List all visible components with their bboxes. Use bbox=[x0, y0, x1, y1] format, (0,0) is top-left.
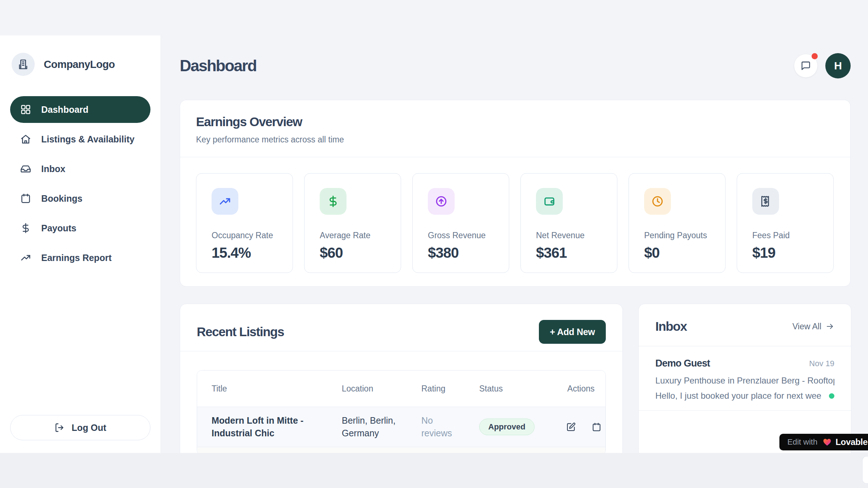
wallet-icon bbox=[543, 195, 556, 207]
metric-icon-tile bbox=[428, 188, 455, 215]
message-top-row: Demo Guest Nov 19 bbox=[655, 358, 834, 369]
sidebar-item-label: Earnings Report bbox=[41, 253, 111, 263]
sidebar-nav: Dashboard Listings & Availability Inbox … bbox=[10, 96, 150, 271]
metric-label: Pending Payouts bbox=[644, 231, 718, 240]
metric-value: 15.4% bbox=[212, 245, 285, 261]
home-icon bbox=[20, 134, 31, 145]
listings-table: Title Location Rating Status Actions Mod… bbox=[197, 370, 606, 455]
receipt-icon bbox=[760, 195, 772, 207]
inbox-header: Inbox View All bbox=[655, 319, 834, 334]
metric-card-fees-paid: Fees Paid $19 bbox=[737, 173, 834, 273]
message-subject: Luxury Penthouse in Prenzlauer Berg - Ro… bbox=[655, 376, 834, 386]
earnings-title: Earnings Overview bbox=[196, 115, 834, 129]
sidebar-item-label: Bookings bbox=[41, 193, 82, 204]
messages-button[interactable] bbox=[794, 54, 817, 77]
earnings-overview-card: Earnings Overview Key performance metric… bbox=[180, 100, 851, 287]
metric-icon-tile bbox=[752, 188, 779, 215]
metric-value: $19 bbox=[752, 245, 826, 261]
metric-value: $0 bbox=[644, 245, 718, 261]
edit-icon bbox=[566, 422, 576, 432]
add-new-button[interactable]: + Add New bbox=[539, 320, 606, 344]
calendar-icon bbox=[592, 422, 601, 432]
trending-up-icon bbox=[20, 252, 31, 263]
status-badge: Approved bbox=[479, 419, 535, 435]
dollar-sign-icon bbox=[327, 195, 339, 207]
listing-title: Modern Loft in Mitte - Industrial Chic bbox=[197, 414, 335, 440]
header-actions: H bbox=[794, 53, 851, 78]
sidebar-item-bookings[interactable]: Bookings bbox=[10, 185, 150, 212]
column-header-status: Status bbox=[479, 384, 566, 394]
arrow-right-icon bbox=[826, 322, 834, 331]
metric-value: $380 bbox=[428, 245, 502, 261]
notification-dot bbox=[812, 53, 818, 59]
column-header-location: Location bbox=[342, 384, 421, 394]
table-row[interactable]: Modern Loft in Mitte - Industrial Chic B… bbox=[197, 407, 605, 447]
calendar-listing-button[interactable] bbox=[592, 422, 601, 432]
metric-label: Net Revenue bbox=[536, 231, 610, 240]
message-date: Nov 19 bbox=[809, 359, 834, 368]
avatar[interactable]: H bbox=[825, 53, 851, 78]
metrics-row: Occupancy Rate 15.4% Average Rate $60 bbox=[196, 173, 834, 273]
divider bbox=[180, 351, 622, 351]
badge-prefix: Edit with bbox=[787, 437, 817, 447]
message-preview-row: Hello, I just booked your place for next… bbox=[655, 391, 834, 401]
metric-label: Fees Paid bbox=[752, 231, 826, 240]
metric-label: Occupancy Rate bbox=[212, 231, 285, 240]
column-header-title: Title bbox=[197, 384, 342, 394]
inbox-icon bbox=[20, 163, 31, 174]
recent-listings-title: Recent Listings bbox=[197, 325, 284, 339]
column-header-actions: Actions bbox=[566, 384, 605, 394]
metric-card-net-revenue: Net Revenue $361 bbox=[520, 173, 617, 273]
inbox-message-item[interactable]: Demo Guest Nov 19 Luxury Penthouse in Pr… bbox=[655, 346, 834, 401]
column-header-rating: Rating bbox=[421, 384, 479, 394]
grid-icon bbox=[20, 104, 31, 115]
sidebar-item-label: Listings & Availability bbox=[41, 134, 135, 145]
sidebar-item-inbox[interactable]: Inbox bbox=[10, 155, 150, 182]
corner-floating-button[interactable] bbox=[862, 456, 868, 484]
badge-brand: Lovable bbox=[835, 437, 868, 447]
sidebar-item-earnings-report[interactable]: Earnings Report bbox=[10, 244, 150, 271]
building-icon bbox=[17, 59, 29, 70]
page-title: Dashboard bbox=[180, 57, 256, 75]
unread-dot bbox=[829, 393, 834, 399]
company-logo: CompanyLogo bbox=[10, 53, 150, 76]
metric-label: Average Rate bbox=[320, 231, 393, 240]
table-header-row: Title Location Rating Status Actions bbox=[197, 371, 605, 407]
logout-label: Log Out bbox=[72, 423, 106, 433]
message-preview: Hello, I just booked your place for next… bbox=[655, 391, 822, 401]
edit-listing-button[interactable] bbox=[566, 422, 576, 432]
calendar-icon bbox=[20, 193, 31, 204]
company-logo-circle bbox=[12, 53, 35, 76]
bottom-band bbox=[0, 453, 868, 488]
lovable-badge[interactable]: Edit with Lovable × bbox=[779, 434, 868, 450]
metric-value: $60 bbox=[320, 245, 393, 261]
avatar-initial: H bbox=[834, 60, 842, 72]
listing-location: Berlin, Berlin, Germany bbox=[342, 414, 416, 440]
sidebar-item-label: Inbox bbox=[41, 164, 65, 174]
inbox-title: Inbox bbox=[655, 319, 687, 334]
view-all-link[interactable]: View All bbox=[792, 322, 834, 331]
sidebar-item-dashboard[interactable]: Dashboard bbox=[10, 96, 150, 123]
sidebar-item-listings[interactable]: Listings & Availability bbox=[10, 126, 150, 153]
company-name: CompanyLogo bbox=[44, 59, 115, 70]
logout-button[interactable]: Log Out bbox=[10, 415, 150, 440]
metric-card-occupancy-rate: Occupancy Rate 15.4% bbox=[196, 173, 293, 273]
view-all-label: View All bbox=[792, 322, 821, 331]
sidebar-item-label: Payouts bbox=[41, 223, 76, 234]
sidebar-item-payouts[interactable]: Payouts bbox=[10, 215, 150, 241]
divider bbox=[639, 410, 851, 411]
divider bbox=[180, 157, 850, 157]
metric-card-pending-payouts: Pending Payouts $0 bbox=[629, 173, 726, 273]
trending-up-icon bbox=[219, 195, 231, 207]
sidebar-item-label: Dashboard bbox=[41, 104, 89, 115]
metric-card-gross-revenue: Gross Revenue $380 bbox=[412, 173, 509, 273]
listing-status-cell: Approved bbox=[479, 419, 566, 435]
lovable-heart-icon bbox=[822, 437, 832, 447]
metric-card-average-rate: Average Rate $60 bbox=[304, 173, 401, 273]
dollar-icon bbox=[20, 223, 31, 234]
main-content: Dashboard H Earnings Overview Key perfor… bbox=[161, 0, 868, 488]
metric-icon-tile bbox=[536, 188, 563, 215]
metric-label: Gross Revenue bbox=[428, 231, 502, 240]
clock-icon bbox=[651, 195, 664, 207]
metric-icon-tile bbox=[644, 188, 671, 215]
